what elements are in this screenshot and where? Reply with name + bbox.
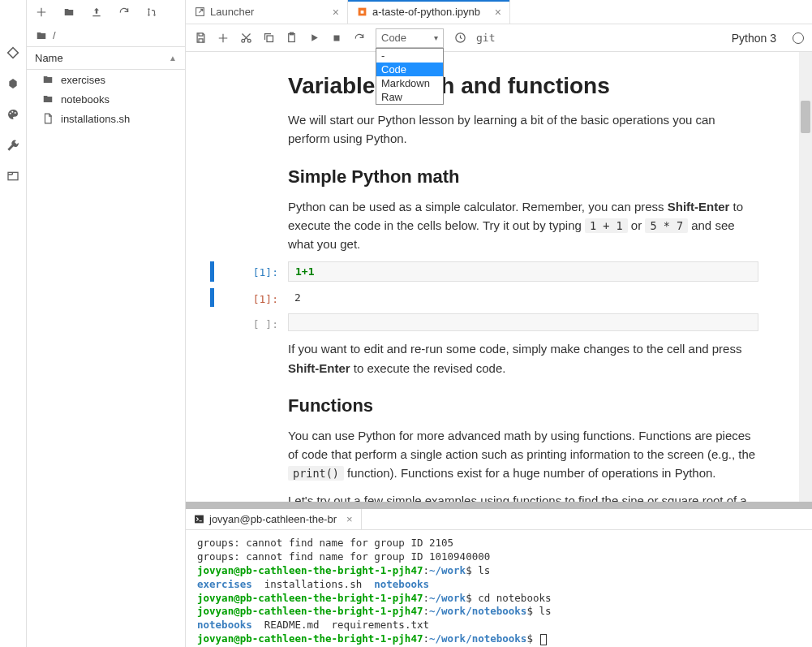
file-list: exercisesnotebooksinstallations.sh — [27, 70, 185, 647]
svg-rect-16 — [334, 35, 340, 41]
file-item-label: installations.sh — [61, 113, 130, 125]
pane-splitter[interactable] — [186, 502, 812, 509]
paste-icon[interactable] — [285, 32, 298, 45]
file-item[interactable]: notebooks — [27, 89, 185, 109]
celltype-option[interactable]: - — [376, 49, 443, 63]
input-prompt-empty: [ ]: — [230, 318, 278, 330]
scrollbar-track[interactable] — [799, 52, 812, 502]
file-item[interactable]: installations.sh — [27, 109, 185, 128]
heading-1: Variables, math and functions — [288, 73, 758, 99]
file-item-label: exercises — [61, 74, 105, 86]
svg-text:■: ■ — [360, 8, 364, 15]
cut-icon[interactable] — [239, 32, 252, 45]
notebook-panel: Code ▾ -CodeMarkdownRaw git Python 3 Var… — [186, 24, 812, 502]
folder-icon — [41, 93, 54, 106]
git-button[interactable]: git — [476, 32, 495, 44]
launcher-icon — [194, 6, 205, 18]
extensions-icon[interactable] — [5, 75, 21, 92]
breadcrumb[interactable]: / — [27, 24, 185, 47]
terminal-panel: jovyan@pb-cathleen-the-br × groups: cann… — [186, 509, 812, 647]
markdown-cell[interactable]: Variables, math and functions We will st… — [288, 73, 758, 253]
svg-point-7 — [153, 14, 155, 15]
cell-selection-bar — [210, 261, 214, 282]
document-tab[interactable]: Launcher× — [186, 0, 348, 24]
input-prompt: [1]: — [230, 266, 278, 278]
git-pull-icon[interactable] — [145, 6, 158, 19]
new-icon[interactable] — [35, 6, 48, 19]
wrench-icon[interactable] — [5, 137, 21, 153]
kernel-name[interactable]: Python 3 — [732, 32, 776, 45]
cell-selection-bar — [210, 288, 214, 307]
add-cell-icon[interactable] — [217, 32, 230, 45]
document-tabbar: Launcher×■a-taste-of-python.ipynb× — [186, 0, 812, 24]
clock-icon[interactable] — [453, 32, 466, 45]
svg-marker-0 — [9, 79, 16, 88]
heading-2: Simple Python math — [288, 166, 758, 188]
celltype-option[interactable]: Code — [376, 63, 443, 76]
celltype-option[interactable]: Raw — [376, 90, 443, 104]
folder-icon — [41, 73, 54, 86]
breadcrumb-path: / — [53, 29, 56, 41]
terminal-tab-label: jovyan@pb-cathleen-the-br — [209, 513, 337, 525]
upload-icon[interactable] — [90, 6, 103, 19]
celltype-select-wrap: Code ▾ -CodeMarkdownRaw — [376, 28, 444, 48]
run-icon[interactable] — [307, 32, 320, 45]
terminal-icon — [194, 514, 204, 524]
new-folder-icon[interactable] — [62, 6, 75, 19]
svg-point-5 — [148, 8, 149, 10]
git-icon[interactable] — [5, 45, 21, 61]
tabs-icon[interactable] — [5, 168, 21, 184]
terminal-tab[interactable]: jovyan@pb-cathleen-the-br × — [186, 509, 362, 529]
document-tab[interactable]: ■a-taste-of-python.ipynb× — [348, 0, 510, 24]
celltype-option[interactable]: Markdown — [376, 76, 443, 90]
code-input[interactable]: 1+1 — [288, 261, 758, 282]
heading-2: Functions — [288, 395, 758, 416]
close-icon[interactable]: × — [346, 513, 353, 525]
scrollbar-thumb[interactable] — [801, 101, 810, 133]
file-list-header[interactable]: Name ▲ — [27, 47, 185, 70]
svg-point-3 — [15, 112, 16, 114]
celltype-select[interactable]: Code ▾ — [376, 28, 444, 48]
column-name-label: Name — [35, 52, 63, 64]
folder-icon — [35, 30, 48, 41]
celltype-selected-label: Code — [381, 32, 406, 44]
close-icon[interactable]: × — [495, 6, 501, 19]
terminal-body[interactable]: groups: cannot find name for group ID 21… — [186, 530, 812, 647]
output-value: 2 — [288, 288, 758, 307]
paragraph: Let's try out a few simple examples usin… — [288, 491, 758, 503]
notebook-toolbar: Code ▾ -CodeMarkdownRaw git Python 3 — [186, 24, 812, 52]
copy-icon[interactable] — [262, 32, 275, 45]
markdown-cell[interactable]: If you want to edit and re-run some code… — [288, 339, 758, 502]
code-cell-empty[interactable]: [ ]: — [288, 313, 758, 331]
save-icon[interactable] — [194, 32, 207, 45]
code-cell[interactable]: [1]: 1+1 — [288, 261, 758, 282]
tab-label: Launcher — [210, 6, 254, 18]
output-cell: [1]: 2 — [288, 288, 758, 307]
terminal-tabbar: jovyan@pb-cathleen-the-br × — [186, 509, 812, 530]
paragraph: You can use Python for more advanced mat… — [288, 426, 758, 483]
close-icon[interactable]: × — [333, 6, 339, 19]
file-item[interactable]: exercises — [27, 70, 185, 89]
file-browser-toolbar — [27, 0, 185, 24]
paragraph: If you want to edit and re-run some code… — [288, 339, 758, 377]
paragraph: Python can be used as a simple calculato… — [288, 197, 758, 254]
paragraph: We will start our Python lesson by learn… — [288, 110, 758, 149]
celltype-dropdown[interactable]: -CodeMarkdownRaw — [376, 48, 444, 105]
file-icon — [41, 112, 54, 125]
notebook-content[interactable]: Variables, math and functions We will st… — [186, 52, 812, 502]
svg-point-2 — [11, 111, 13, 113]
svg-rect-13 — [267, 36, 273, 42]
palette-icon[interactable] — [5, 106, 21, 123]
file-item-label: notebooks — [61, 93, 110, 106]
output-prompt: [1]: — [230, 293, 278, 305]
svg-point-6 — [148, 14, 149, 15]
file-browser: / Name ▲ exercisesnotebooksinstallations… — [27, 0, 186, 647]
restart-icon[interactable] — [353, 32, 366, 45]
chevron-down-icon: ▾ — [434, 33, 438, 42]
tab-label: a-taste-of-python.ipynb — [372, 6, 480, 18]
activity-bar — [0, 0, 27, 647]
kernel-status-icon[interactable] — [793, 32, 804, 44]
refresh-icon[interactable] — [118, 6, 131, 19]
stop-icon[interactable] — [330, 32, 343, 45]
code-input[interactable] — [288, 313, 758, 331]
